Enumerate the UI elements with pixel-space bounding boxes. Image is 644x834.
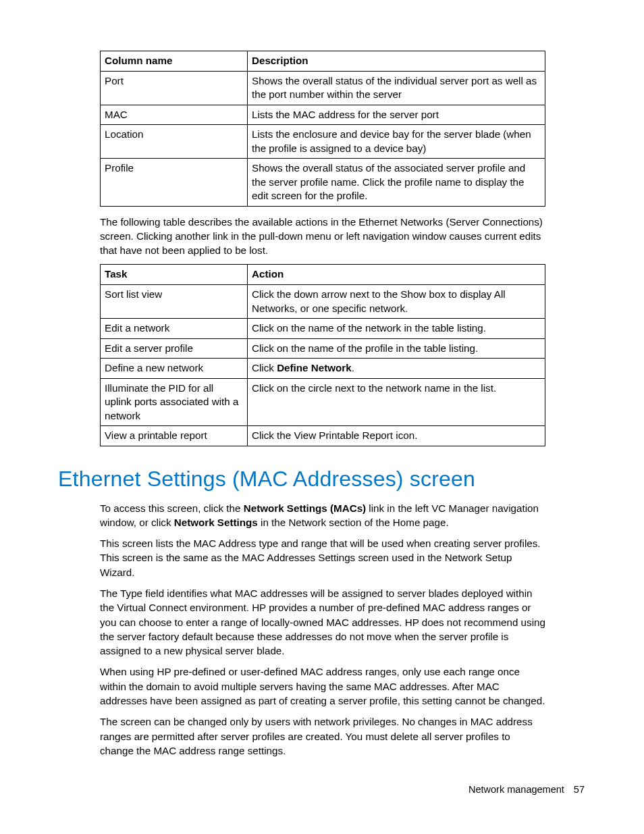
table-row: Sort list view Click the down arrow next… — [101, 285, 545, 319]
table-cell: Click Define Network. — [248, 359, 545, 379]
footer-section-label: Network management — [468, 784, 564, 795]
table-row: Location Lists the enclosure and device … — [101, 125, 545, 159]
table-cell: Click on the name of the profile in the … — [248, 338, 545, 359]
table-cell: Click on the circle next to the network … — [248, 378, 545, 426]
table-row: View a printable report Click the View P… — [101, 426, 545, 446]
body-paragraph: The screen can be changed only by users … — [100, 714, 545, 758]
table-header-cell: Action — [248, 265, 545, 285]
task-action-table: Task Action Sort list view Click the dow… — [100, 264, 545, 446]
column-description-table: Column name Description Port Shows the o… — [100, 51, 545, 207]
table-header-cell: Column name — [101, 51, 248, 72]
table-cell: View a printable report — [101, 426, 248, 446]
table-cell: Illuminate the PID for all uplink ports … — [101, 378, 248, 426]
table-cell: Click on the name of the network in the … — [248, 319, 545, 339]
table-cell: Click the down arrow next to the Show bo… — [248, 285, 545, 319]
footer-page-number: 57 — [574, 784, 585, 795]
table-cell: Profile — [101, 159, 248, 207]
body-paragraph: This screen lists the MAC Address type a… — [100, 536, 545, 579]
table-row: Edit a server profile Click on the name … — [101, 338, 545, 359]
table-header-cell: Description — [248, 51, 545, 72]
table-cell: Lists the MAC address for the server por… — [248, 105, 545, 125]
table-cell: Edit a server profile — [101, 338, 248, 359]
table-row: Illuminate the PID for all uplink ports … — [101, 378, 545, 426]
table-cell: Sort list view — [101, 285, 248, 319]
table-row: Port Shows the overall status of the ind… — [101, 71, 545, 105]
table-cell: Location — [101, 125, 248, 159]
table-cell: Lists the enclosure and device bay for t… — [248, 125, 545, 159]
page-footer: Network management 57 — [468, 784, 585, 795]
table-row: Edit a network Click on the name of the … — [101, 319, 545, 339]
table-cell: MAC — [101, 105, 248, 125]
section-heading: Ethernet Settings (MAC Addresses) screen — [58, 467, 545, 492]
table-header-row: Task Action — [101, 265, 545, 285]
table-row: MAC Lists the MAC address for the server… — [101, 105, 545, 125]
table-header-cell: Task — [101, 265, 248, 285]
body-paragraph: To access this screen, click the Network… — [100, 501, 545, 530]
table-row: Define a new network Click Define Networ… — [101, 359, 545, 379]
table-cell: Click the View Printable Report icon. — [248, 426, 545, 446]
table-cell: Shows the overall status of the individu… — [248, 71, 545, 105]
body-paragraph: When using HP pre-defined or user-define… — [100, 664, 545, 708]
table-cell: Port — [101, 71, 248, 105]
body-paragraph: The Type field identifies what MAC addre… — [100, 586, 545, 658]
table-cell: Edit a network — [101, 319, 248, 339]
body-paragraph: The following table describes the availa… — [100, 215, 545, 258]
table-row: Profile Shows the overall status of the … — [101, 159, 545, 207]
table-cell: Define a new network — [101, 359, 248, 379]
table-header-row: Column name Description — [101, 51, 545, 72]
table-cell: Shows the overall status of the associat… — [248, 159, 545, 207]
